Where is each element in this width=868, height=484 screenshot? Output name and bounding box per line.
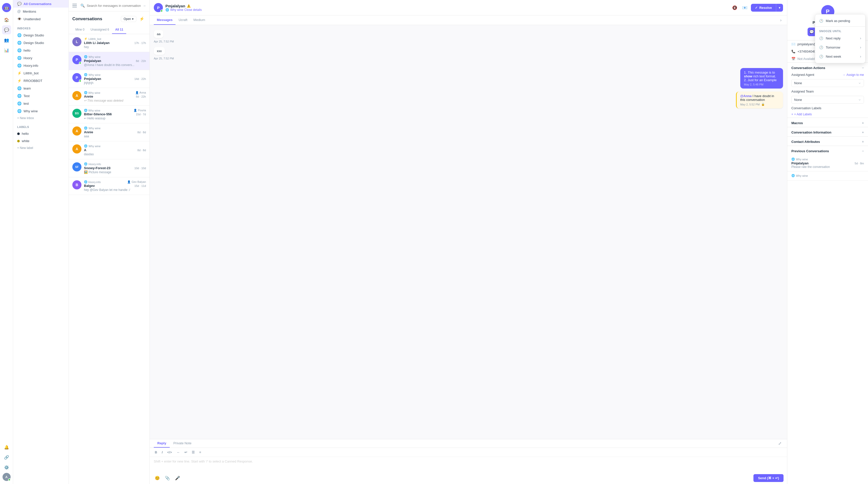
assign-to-me-button[interactable]: → Assign to me (842, 73, 864, 76)
nav-toggle-icon[interactable] (72, 3, 79, 9)
input-tab-reply[interactable]: Reply (154, 439, 170, 448)
previous-conversation-item[interactable]: 🌐 Why wine Pmjalalyan 5d · 8m Please rat… (787, 155, 868, 171)
emoji-button[interactable]: 😊 (153, 474, 161, 482)
close-details-link[interactable]: Close details (184, 8, 202, 12)
search-input[interactable] (87, 4, 141, 8)
tab-unassigned[interactable]: Unassigned 6 (88, 26, 112, 34)
mark-as-pending-button[interactable]: 🕐 Mark as pending (815, 17, 865, 25)
input-tab-note[interactable]: Private Note (170, 439, 195, 448)
all-conversations-icon: 💬 (17, 2, 22, 6)
contact-attributes-section: Contact Attributes + (787, 136, 868, 146)
tab-all[interactable]: All 11 (112, 26, 126, 34)
send-email-button[interactable]: 📧 (741, 4, 749, 12)
add-labels-button[interactable]: + + Add Labels (787, 111, 868, 118)
nav-integrations[interactable]: 🔗 (2, 453, 11, 462)
sidebar-inbox-test2[interactable]: 🌐 test (13, 100, 68, 107)
chat-tab-medium[interactable]: Medium (190, 15, 208, 25)
resolve-button[interactable]: ✓ Conversation Actions Resolve (751, 4, 776, 12)
conv-info-toggle[interactable]: + (862, 130, 864, 134)
tab-mine[interactable]: Mine 0 (72, 26, 88, 34)
filter-button[interactable]: ⚡ (138, 15, 146, 23)
nav-settings[interactable]: ⚙️ (2, 463, 11, 472)
nav-conversations[interactable]: 💬 (2, 25, 11, 34)
resolve-dropdown-button[interactable]: ▾ (776, 4, 783, 12)
reply-icon: 🕐 (819, 36, 823, 40)
conversation-item[interactable]: P 🌐 Why wine Pmjalalyan 14d · 22h jhjhjh… (69, 70, 150, 88)
attachment-button[interactable]: 📎 (163, 474, 172, 482)
message-group-mention: @Anna I have doubt in this conversation … (154, 92, 783, 108)
sidebar-item-mentions[interactable]: @ Mentions (13, 8, 68, 15)
conversation-item[interactable]: L ⚡ Lilithh_bot Lilith Li Jalalyan 17h ·… (69, 34, 150, 52)
code-button[interactable]: </> (166, 449, 174, 455)
conversation-item[interactable]: A 🌐 Why wine 👤 Anna Annie 8d · 22h ↩ Thi… (69, 88, 150, 106)
sidebar-item-unattended[interactable]: 👁️ Unattended (13, 15, 68, 23)
list-bullet-button[interactable]: ☰ (190, 449, 196, 455)
conv-preview: hey (84, 45, 146, 49)
inbox-link[interactable]: Why wine (170, 8, 183, 12)
contact-attrs-toggle[interactable]: + (862, 139, 864, 143)
chat-tab-ucraft[interactable]: Ucraft (176, 15, 190, 25)
new-label-button[interactable]: + New label (13, 144, 68, 151)
prev-convs-toggle[interactable]: − (862, 149, 864, 153)
conversation-item[interactable]: P 🌐 Why wine Pmjalalyan 8d · 21h @Anna I… (69, 52, 150, 70)
nav-contacts[interactable]: 👥 (2, 35, 11, 44)
assigned-to: 👤 Anna (135, 91, 146, 94)
assigned-agent-select[interactable]: None (792, 79, 864, 87)
expand-icon[interactable]: › (779, 17, 783, 24)
nav-reports[interactable]: 📊 (2, 45, 11, 55)
sidebar-inbox-design2[interactable]: 🌐 Design Studio (13, 39, 68, 46)
tomorrow-button[interactable]: 🕐 Tomorrow › (815, 43, 865, 52)
undo-button[interactable]: ↩ (183, 449, 189, 455)
send-button[interactable]: Send (⌘ + ↵) (753, 474, 783, 482)
expand-input-button[interactable]: ⤢ (777, 440, 783, 447)
previous-conversation-item[interactable]: 🌐 Why wine (787, 171, 868, 181)
conv-time: 8d · 22h (136, 95, 146, 98)
conversation-info-section: Conversation Information + (787, 127, 868, 136)
previous-conversations-section: Previous Conversations − (787, 146, 868, 155)
macros-title: Macros (792, 121, 803, 125)
italic-button[interactable]: I (160, 449, 164, 455)
open-filter-button[interactable]: Open ▾ (121, 16, 136, 22)
chat-tab-messages[interactable]: Messages (154, 15, 176, 25)
user-avatar[interactable]: A (3, 473, 11, 481)
sidebar-item-all-conversations[interactable]: 💬 All Conversations (13, 0, 68, 8)
mute-button[interactable]: 🔇 (731, 4, 739, 12)
sidebar-inbox-hoory-info[interactable]: 🌐 Hoory.info (13, 62, 68, 69)
sidebar-label-hello[interactable]: hello (13, 130, 68, 137)
chat-input-field[interactable]: Shift + enter for new line. Start with '… (150, 457, 787, 472)
next-week-button[interactable]: 🕐 Next week › (815, 52, 865, 61)
bold-button[interactable]: B (153, 449, 159, 455)
sidebar-inbox-team[interactable]: 🌐 team (13, 85, 68, 92)
conversation-item[interactable]: B 🌐 Hoory.info 👤 Gev Balyan Balgev 15d ·… (69, 177, 150, 195)
sidebar-inbox-test1[interactable]: 🌐 Test (13, 92, 68, 100)
sidebar-inbox-whywine[interactable]: 🌐 Why wine (13, 107, 68, 115)
conversation-item[interactable]: BS 🌐 Why wine 👤 Pouria Bitter-Silence-55… (69, 106, 150, 123)
conversation-item[interactable]: A 🌐 Why wine A 8d · 8d dasdas (69, 141, 150, 159)
inbox-globe-icon: 🌐 (84, 109, 88, 112)
sidebar-inbox-design1[interactable]: 🌐 Design Studio (13, 31, 68, 39)
conversation-item[interactable]: A 🌐 Why wine Annie 8d · 8d aaa (69, 123, 150, 141)
link-button[interactable]: ↔ (175, 449, 181, 455)
app-logo[interactable]: 🤖 (2, 3, 11, 12)
chat-input-area: Reply Private Note ⤢ B I </> ↔ ↩ ☰ ≡ Shi… (150, 439, 787, 484)
message-text: aa (157, 32, 160, 36)
sidebar-inbox-hoory[interactable]: 🌐 Hoory (13, 54, 68, 62)
conv-actions-toggle[interactable]: − (862, 66, 864, 70)
nav-home[interactable]: 🏠 (2, 15, 11, 24)
audio-button[interactable]: 🎤 (174, 474, 182, 482)
conversation-item[interactable]: SF 🌐 Hoory.info Snowy-Forest-23 10d · 10… (69, 159, 150, 177)
sidebar-inbox-rroobbot[interactable]: ⚡ RROOBBOT (13, 77, 68, 85)
next-reply-button[interactable]: 🕐 Next reply › (815, 34, 865, 43)
sidebar-label-white[interactable]: white (13, 137, 68, 144)
nav-notifications[interactable]: 🔔 (2, 443, 11, 452)
list-number-button[interactable]: ≡ (198, 449, 203, 455)
message-bubble: xxx (154, 47, 165, 55)
right-panel: P Pmjalalyan ℹ️ ↗ 💬 ✏️ ⇒ 🚫 ✉️ pmjalalyan… (787, 0, 868, 484)
message-time: Apr 25, 7:52 PM (154, 40, 174, 43)
sidebar-inbox-hello[interactable]: 🌐 hello (13, 46, 68, 54)
chat-contact-avatar: P (154, 3, 163, 12)
new-inbox-button[interactable]: + New inbox (13, 115, 68, 121)
macros-toggle[interactable]: + (862, 121, 864, 125)
assigned-team-select[interactable]: None (792, 96, 864, 104)
sidebar-inbox-lilithh[interactable]: ⚡ Lilithh_bot (13, 69, 68, 77)
